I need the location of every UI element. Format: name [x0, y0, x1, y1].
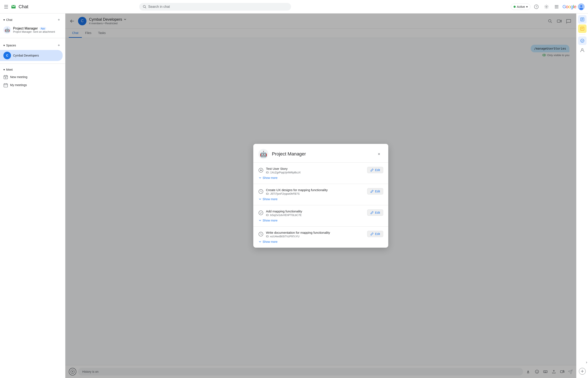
right-panel-checkmark-icon[interactable]: [578, 37, 587, 45]
status-label: Active: [517, 5, 525, 8]
task-item-4: Write documentation for mapping function…: [253, 227, 388, 248]
svg-rect-27: [4, 84, 8, 87]
task-item-2: Create UX designs for mapping functional…: [253, 184, 388, 205]
svg-point-19: [580, 5, 582, 7]
svg-point-11: [557, 5, 558, 6]
menu-icon[interactable]: [3, 4, 8, 9]
top-bar-left: Chat: [3, 3, 28, 10]
task-name-4: Write documentation for mapping function…: [266, 231, 365, 234]
modal-body: Test User Story ID: 1XcZgrPqqUjnlW6pBczX…: [253, 163, 388, 248]
search-wrap[interactable]: [139, 3, 291, 11]
right-panel-add-button[interactable]: [579, 368, 586, 375]
chat-section-header[interactable]: ▾ Chat +: [0, 15, 65, 25]
sidebar-item-new-meeting[interactable]: New meeting: [0, 73, 63, 81]
right-panel-yellow-icon[interactable]: [578, 25, 587, 33]
user-avatar[interactable]: [578, 3, 585, 10]
svg-point-56: [259, 211, 263, 215]
chat-add-button[interactable]: +: [56, 17, 62, 23]
right-panel-divider: [579, 35, 586, 35]
show-more-4[interactable]: Show more: [258, 240, 383, 243]
google-logo: Google: [562, 4, 576, 10]
task-id-1: ID: 1XcZgrPqqUjnlW6pBczX: [266, 171, 365, 174]
status-pill[interactable]: Active ▾: [511, 4, 530, 10]
task-id-2: ID: J5TI7jsnF2rppw0hFB7S: [266, 192, 365, 195]
edit-button-1[interactable]: Edit: [367, 167, 383, 173]
edit-button-4[interactable]: Edit: [367, 231, 383, 237]
svg-point-14: [557, 6, 558, 7]
project-manager-name: Project Manager App: [13, 27, 59, 30]
task-id-4: ID: ezU4exBil3i7VzP97cYU: [266, 235, 365, 238]
meet-chevron-icon: ▾: [3, 68, 5, 71]
sidebar-item-project-manager[interactable]: 🤖 Project Manager App Project Manager: S…: [0, 25, 63, 35]
status-chevron: ▾: [526, 5, 528, 8]
svg-point-61: [581, 49, 583, 50]
google-chat-logo: [10, 3, 17, 10]
svg-point-8: [546, 6, 547, 7]
sidebar-divider-1: [0, 38, 65, 38]
task-content-1: Test User Story ID: 1XcZgrPqqUjnlW6pBczX: [266, 167, 365, 174]
new-meeting-icon: [3, 75, 8, 79]
spaces-section-title: ▾ Spaces: [3, 44, 16, 47]
sidebar-divider-2: [0, 64, 65, 64]
top-bar-right: Active ▾ ?: [511, 2, 585, 11]
task-row-1: Test User Story ID: 1XcZgrPqqUjnlW6pBczX…: [258, 167, 383, 174]
spaces-add-button[interactable]: +: [56, 42, 62, 48]
modal-close-button[interactable]: ×: [375, 150, 383, 158]
task-name-2: Create UX designs for mapping functional…: [266, 188, 365, 192]
svg-marker-54: [260, 169, 262, 171]
meet-section: ▾ Meet New meeting: [0, 65, 65, 91]
spaces-section: ▾ Spaces + C Cymbal Developers: [0, 39, 65, 63]
svg-point-20: [579, 8, 583, 10]
svg-point-2: [13, 6, 14, 7]
project-manager-sub: Project Manager: Sent an attachment: [13, 30, 59, 33]
sidebar-item-cymbal-developers[interactable]: C Cymbal Developers: [0, 50, 63, 61]
task-content-2: Create UX designs for mapping functional…: [266, 188, 365, 195]
new-meeting-label: New meeting: [10, 75, 27, 79]
task-item-1: Test User Story ID: 1XcZgrPqqUjnlW6pBczX…: [253, 163, 388, 184]
meet-section-header[interactable]: ▾ Meet: [0, 66, 65, 73]
svg-point-9: [555, 5, 556, 6]
show-more-3[interactable]: Show more: [258, 219, 383, 222]
svg-point-3: [14, 6, 15, 7]
modal-header: 🤖 Project Manager ×: [253, 144, 388, 163]
svg-rect-59: [581, 27, 584, 30]
svg-point-13: [556, 6, 557, 7]
right-panel-person-icon[interactable]: [578, 46, 587, 54]
apps-icon[interactable]: [552, 2, 561, 11]
show-more-2[interactable]: Show more: [258, 197, 383, 201]
sidebar-item-my-meetings[interactable]: My meetings: [0, 81, 63, 89]
svg-text:?: ?: [535, 5, 537, 8]
settings-icon[interactable]: [542, 2, 551, 11]
task-icon-inprogress-2: [258, 189, 263, 194]
sidebar: ▾ Chat + 🤖 Project Manager App Project M…: [0, 14, 65, 378]
task-icon-inprogress-4: [258, 231, 263, 237]
meet-section-title: ▾ Meet: [3, 68, 13, 71]
svg-point-15: [555, 8, 556, 8]
right-panel-tasks-icon[interactable]: [578, 15, 587, 24]
svg-point-17: [557, 8, 558, 8]
cymbal-developers-avatar: C: [3, 52, 11, 59]
task-name-1: Test User Story: [266, 167, 365, 170]
main-layout: ▾ Chat + 🤖 Project Manager App Project M…: [0, 14, 588, 378]
app-title: Chat: [19, 4, 28, 10]
modal-dialog: 🤖 Project Manager ×: [253, 144, 388, 248]
search-icon: [143, 5, 147, 9]
modal-overlay[interactable]: 🤖 Project Manager ×: [65, 14, 576, 378]
modal-bot-avatar: 🤖: [258, 149, 268, 159]
spaces-section-header[interactable]: ▾ Spaces +: [0, 41, 65, 50]
show-more-1[interactable]: Show more: [258, 176, 383, 179]
project-manager-avatar: 🤖: [3, 26, 11, 34]
right-panel-scroll-arrow[interactable]: ›: [586, 360, 587, 364]
modal-title: Project Manager: [272, 151, 371, 157]
chat-area: C Cymbal Developers 4 members • Restrict…: [65, 14, 576, 378]
edit-button-3[interactable]: Edit: [367, 209, 383, 216]
chat-section-title: ▾ Chat: [3, 18, 13, 22]
svg-point-12: [555, 6, 556, 7]
my-meetings-icon: [3, 83, 8, 87]
edit-button-2[interactable]: Edit: [367, 188, 383, 194]
cymbal-developers-name: Cymbal Developers: [13, 54, 59, 57]
help-icon[interactable]: ?: [532, 2, 541, 11]
status-dot: [514, 6, 516, 8]
search-input[interactable]: [148, 5, 288, 9]
svg-point-1: [12, 6, 13, 7]
